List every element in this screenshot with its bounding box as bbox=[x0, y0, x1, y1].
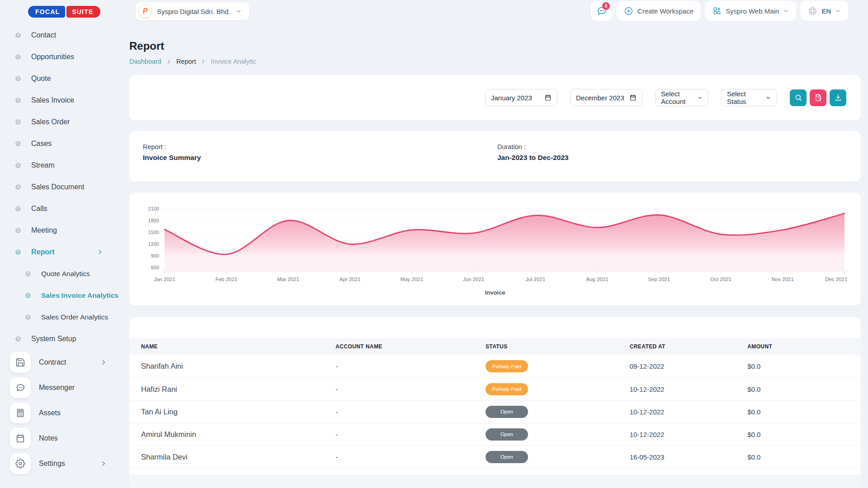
page-title: Report bbox=[129, 40, 861, 52]
create-workspace-button[interactable]: Create Workspace bbox=[617, 1, 701, 21]
gear-icon bbox=[10, 453, 31, 474]
duration-summary: Duration : Jan-2023 to Dec-2023 bbox=[497, 143, 569, 162]
sidebar-item-label: Cases bbox=[31, 140, 52, 148]
sidebar-item-cases[interactable]: Cases bbox=[0, 133, 120, 155]
calendar-icon bbox=[10, 428, 31, 449]
sidebar-item-settings[interactable]: Settings bbox=[0, 451, 120, 476]
table-footer bbox=[129, 475, 861, 488]
svg-text:1800: 1800 bbox=[148, 218, 159, 223]
invoice-table-card: NAMEACCOUNT NAMESTATUSCREATED ATAMOUNT S… bbox=[129, 317, 861, 488]
bullet-icon bbox=[15, 206, 21, 211]
table-row[interactable]: Sharmila Devi-Open16-05-2023$0.0 bbox=[129, 446, 861, 468]
cell-status: Open bbox=[486, 446, 630, 468]
sidebar-item-contract[interactable]: Contract bbox=[0, 350, 120, 375]
sidebar-item-assets[interactable]: Assets bbox=[0, 400, 120, 426]
sidebar-item-label: Sales Document bbox=[31, 183, 84, 191]
main-content: Report DashboardReportInvoice Analytic J… bbox=[129, 22, 861, 488]
start-month-value: January 2023 bbox=[491, 94, 532, 102]
bullet-icon bbox=[15, 98, 21, 103]
cell-name: Sharmila Devi bbox=[129, 446, 335, 468]
sidebar-item-calls[interactable]: Calls bbox=[0, 198, 120, 220]
app-switcher-label: Syspro Web Main bbox=[726, 7, 779, 15]
cell-amount: $0.0 bbox=[747, 446, 861, 468]
sidebar-item-meeting[interactable]: Meeting bbox=[0, 220, 120, 241]
svg-text:May 2021: May 2021 bbox=[401, 277, 423, 282]
invoice-area-chart: 6009001200150018002100 Jan 2021Feb 2021M… bbox=[139, 202, 851, 287]
sidebar-item-stream[interactable]: Stream bbox=[0, 155, 120, 176]
floppy-icon bbox=[10, 352, 31, 373]
breadcrumb: DashboardReportInvoice Analytic bbox=[129, 58, 861, 65]
sidebar-item-report[interactable]: Report bbox=[0, 241, 120, 263]
breadcrumb-item-invoice-analytic: Invoice Analytic bbox=[211, 58, 256, 65]
invoice-table: NAMEACCOUNT NAMESTATUSCREATED ATAMOUNT S… bbox=[129, 338, 861, 469]
bullet-icon bbox=[15, 249, 21, 255]
cell-account-name: - bbox=[335, 423, 486, 446]
sidebar-item-sales-invoice-analytics[interactable]: Sales Invoice Analytics bbox=[0, 285, 120, 306]
calendar-icon bbox=[544, 94, 552, 101]
table-row[interactable]: Tan Ai Ling-Open10-12-2022$0.0 bbox=[129, 400, 861, 423]
bullet-icon bbox=[15, 33, 21, 38]
end-month-input[interactable]: December 2023 bbox=[570, 89, 642, 106]
logo-suite: SUITE bbox=[66, 6, 100, 18]
app-switcher[interactable]: Syspro Web Main bbox=[705, 1, 796, 21]
sidebar-item-opportunities[interactable]: Opportunities bbox=[0, 46, 120, 68]
breadcrumb-item-report[interactable]: Report bbox=[176, 58, 196, 65]
table-row[interactable]: Amirul Mukminin-Open10-12-2022$0.0 bbox=[129, 423, 861, 446]
chevron-down-icon bbox=[698, 95, 703, 101]
clear-filter-button[interactable] bbox=[810, 89, 826, 106]
sidebar-item-quote-analytics[interactable]: Quote Analytics bbox=[0, 263, 120, 285]
grid-plus-icon bbox=[712, 6, 722, 15]
filter-actions bbox=[790, 89, 846, 106]
start-month-input[interactable]: January 2023 bbox=[485, 89, 557, 106]
svg-text:1500: 1500 bbox=[148, 230, 159, 235]
filter-bar: January 2023 December 2023 Select Accoun… bbox=[129, 75, 861, 120]
sidebar-item-label: Stream bbox=[31, 161, 55, 169]
logo-focal: FOCAL bbox=[28, 6, 65, 18]
cell-created-at: 09-12-2022 bbox=[630, 355, 747, 378]
sidebar-item-system-setup[interactable]: System Setup bbox=[0, 328, 120, 350]
chart-legend: Invoice bbox=[139, 289, 851, 296]
breadcrumb-separator-icon bbox=[201, 59, 206, 64]
workspace-name: Syspro Digital Sdn. Bhd. bbox=[157, 8, 231, 15]
search-button[interactable] bbox=[790, 89, 807, 106]
download-button[interactable] bbox=[830, 89, 846, 106]
sidebar-item-label: Sales Invoice bbox=[31, 96, 74, 104]
table-row[interactable]: Hafizi Rani-Partialy Paid10-12-2022$0.0 bbox=[129, 378, 861, 400]
chevron-right-icon bbox=[100, 460, 107, 467]
workspace-avatar: P bbox=[138, 5, 152, 18]
sidebar-item-quote[interactable]: Quote bbox=[0, 68, 120, 89]
sidebar-item-label: Quote bbox=[31, 75, 51, 83]
table-row[interactable]: Sharifah Aini-Partialy Paid09-12-2022$0.… bbox=[129, 355, 861, 378]
sidebar-item-contact[interactable]: Contact bbox=[0, 24, 120, 46]
column-header-created-at: CREATED AT bbox=[630, 338, 747, 355]
column-header-name: NAME bbox=[129, 338, 335, 355]
bullet-icon bbox=[25, 271, 31, 277]
breadcrumb-item-dashboard[interactable]: Dashboard bbox=[129, 58, 161, 65]
status-select[interactable]: Select Status bbox=[721, 89, 777, 106]
status-badge: Open bbox=[486, 451, 528, 463]
cell-created-at: 10-12-2022 bbox=[630, 378, 747, 400]
workspace-selector[interactable]: P Syspro Digital Sdn. Bhd. bbox=[136, 2, 249, 20]
sidebar-item-label: Contact bbox=[31, 31, 56, 39]
sidebar-item-sales-invoice[interactable]: Sales Invoice bbox=[0, 89, 120, 111]
sidebar-item-sales-order[interactable]: Sales Order bbox=[0, 111, 120, 133]
sidebar-item-label: Opportunities bbox=[31, 53, 74, 61]
file-slash-icon bbox=[814, 94, 822, 102]
cell-amount: $0.0 bbox=[747, 378, 861, 400]
topbar-actions: 0 Create Workspace Syspro Web Main EN bbox=[591, 1, 848, 21]
bullet-icon bbox=[15, 141, 21, 146]
messenger-button[interactable]: 0 bbox=[591, 1, 612, 21]
status-select-value: Select Status bbox=[727, 90, 765, 105]
language-selector[interactable]: EN bbox=[801, 1, 848, 21]
sidebar-item-label: Meeting bbox=[31, 226, 57, 235]
sidebar-item-notes[interactable]: Notes bbox=[0, 426, 120, 451]
sidebar-item-sales-document[interactable]: Sales Document bbox=[0, 176, 120, 198]
cell-amount: $0.0 bbox=[747, 423, 861, 446]
bullet-icon bbox=[15, 336, 21, 342]
chevron-down-icon bbox=[783, 8, 789, 14]
sidebar-item-sales-order-analytics[interactable]: Sales Order Analytics bbox=[0, 306, 120, 328]
svg-text:Dec 2021: Dec 2021 bbox=[825, 277, 847, 282]
cell-status: Partialy Paid bbox=[486, 378, 630, 400]
sidebar-item-messenger[interactable]: Messenger bbox=[0, 375, 120, 400]
account-select[interactable]: Select Account bbox=[655, 89, 708, 106]
